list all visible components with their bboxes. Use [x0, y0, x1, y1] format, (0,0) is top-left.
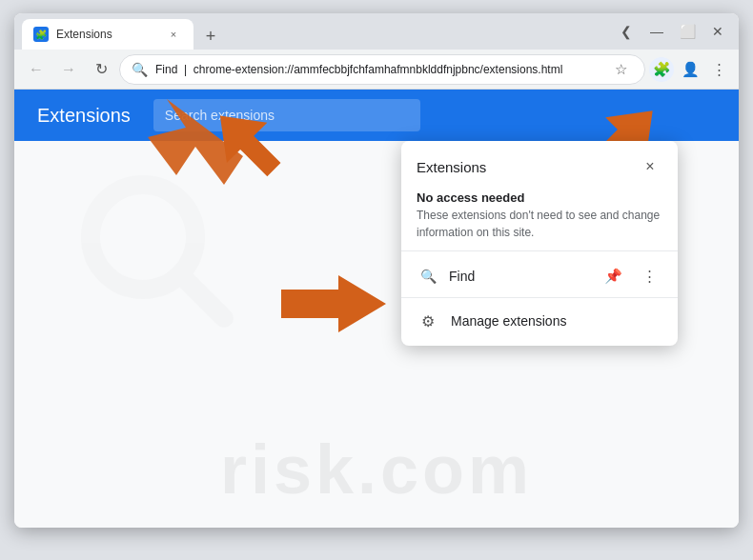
popup-divider — [401, 250, 678, 251]
window-controls: ❮ — ⬜ ✕ — [613, 18, 731, 45]
magnifier-watermark — [71, 166, 243, 341]
extensions-button[interactable]: 🧩 — [649, 57, 674, 82]
site-icon: 🔍 — [132, 62, 148, 77]
title-bar: 🧩 Extensions × + ❮ — ⬜ ✕ — [14, 13, 739, 50]
site-label: Find — [155, 63, 177, 76]
popup-close-button[interactable]: × — [638, 154, 662, 179]
pin-extension-button[interactable]: 📌 — [600, 263, 626, 290]
find-extension-icon: 🔍 — [417, 265, 439, 288]
extensions-search-box[interactable]: Search extensions — [153, 99, 420, 131]
active-tab[interactable]: 🧩 Extensions × — [22, 19, 193, 50]
search-placeholder: Search extensions — [165, 108, 275, 123]
popup-no-access-desc: These extensions don't need to see and c… — [401, 207, 678, 250]
chrome-menu-button[interactable]: ⋮ — [706, 57, 731, 82]
new-tab-button[interactable]: + — [197, 23, 224, 50]
tab-strip: 🧩 Extensions × + — [22, 13, 613, 50]
svg-line-1 — [181, 275, 224, 318]
find-extension-name: Find — [449, 269, 590, 284]
watermark: risk.com — [220, 430, 533, 509]
restore-button[interactable]: ⬜ — [674, 18, 701, 45]
orange-arrow-2 — [281, 270, 386, 341]
svg-marker-4 — [281, 275, 386, 332]
manage-extensions-label: Manage extensions — [451, 313, 566, 329]
tab-close-button[interactable]: × — [165, 26, 182, 43]
minimize-button[interactable]: — — [643, 18, 670, 45]
popup-divider-2 — [401, 297, 678, 298]
url-address: chrome-extension://ammfecbbjfchfamhafmnb… — [193, 63, 563, 76]
tab-label: Extensions — [56, 28, 112, 41]
chevron-down-icon[interactable]: ❮ — [613, 18, 640, 45]
extensions-page-title: Extensions — [37, 105, 131, 127]
url-text: Find | chrome-extension://ammfecbbjfchfa… — [155, 63, 600, 76]
popup-no-access-label: No access needed — [401, 187, 678, 207]
back-button[interactable]: ← — [22, 55, 51, 84]
extension-row-find: 🔍 Find 📌 ⋮ — [401, 255, 678, 297]
page-content: Extensions Search extensions risk.com — [14, 90, 739, 528]
browser-window: 🧩 Extensions × + ❮ — ⬜ ✕ ← → ↻ 🔍 Find | … — [14, 13, 739, 528]
bookmark-icon[interactable]: ☆ — [608, 57, 633, 82]
profile-button[interactable]: 👤 — [678, 57, 702, 82]
tab-favicon: 🧩 — [33, 27, 49, 42]
manage-extensions-icon: ⚙ — [417, 310, 439, 332]
url-bar[interactable]: 🔍 Find | chrome-extension://ammfecbbjfch… — [119, 54, 645, 85]
refresh-button[interactable]: ↻ — [87, 55, 115, 84]
address-bar: ← → ↻ 🔍 Find | chrome-extension://ammfec… — [14, 50, 739, 90]
manage-extensions-row[interactable]: ⚙ Manage extensions — [401, 302, 678, 346]
forward-button[interactable]: → — [54, 55, 83, 84]
extensions-popup: Extensions × No access needed These exte… — [401, 141, 678, 346]
popup-header: Extensions × — [401, 141, 678, 187]
extension-more-button[interactable]: ⋮ — [636, 263, 662, 290]
extensions-header: Extensions Search extensions — [14, 90, 739, 141]
close-button[interactable]: ✕ — [704, 18, 731, 45]
popup-title: Extensions — [417, 159, 486, 175]
